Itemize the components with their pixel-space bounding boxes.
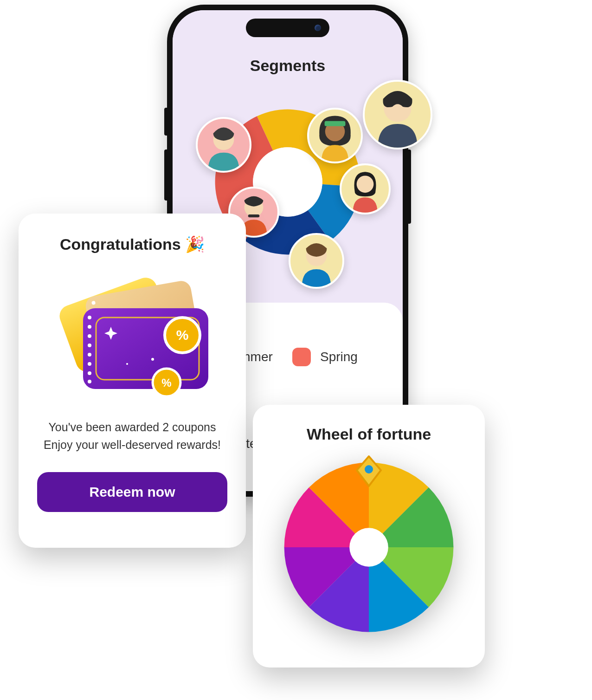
svg-point-25 xyxy=(88,362,91,366)
svg-point-21 xyxy=(88,325,91,329)
congratulations-line2: Enjoy your well-deserved rewards! xyxy=(44,438,221,451)
wheel-card: Wheel of fortune xyxy=(253,405,485,668)
phone-side-buttons-left xyxy=(164,108,167,136)
avatar xyxy=(307,108,363,163)
congratulations-message: You've been awarded 2 coupons Enjoy your… xyxy=(44,419,221,454)
svg-point-27 xyxy=(88,380,91,383)
svg-point-29 xyxy=(151,358,154,361)
wheel-hub xyxy=(349,528,388,567)
svg-rect-5 xyxy=(325,121,346,126)
fortune-wheel[interactable] xyxy=(281,459,457,635)
svg-rect-3 xyxy=(248,214,259,217)
redeem-button[interactable]: Redeem now xyxy=(37,472,227,512)
svg-point-30 xyxy=(126,363,128,365)
wheel-title: Wheel of fortune xyxy=(307,425,431,443)
coupons-icon: % % xyxy=(49,266,216,405)
legend-item[interactable]: Spring xyxy=(292,321,380,392)
congratulations-line1: You've been awarded 2 coupons xyxy=(48,421,216,434)
svg-point-6 xyxy=(357,175,374,193)
avatar xyxy=(340,163,391,214)
svg-point-23 xyxy=(88,344,91,347)
avatar xyxy=(196,117,251,173)
avatar xyxy=(363,80,432,149)
wheel-pointer-icon xyxy=(354,454,384,488)
avatar xyxy=(289,233,344,289)
svg-text:%: % xyxy=(176,327,189,343)
segments-title: Segments xyxy=(173,57,403,75)
congratulations-title: Congratulations 🎉 xyxy=(60,235,205,253)
svg-point-35 xyxy=(365,465,373,473)
legend-label: Spring xyxy=(320,350,358,364)
legend-swatch xyxy=(292,348,311,366)
svg-text:%: % xyxy=(161,376,171,389)
phone-notch xyxy=(246,19,329,37)
phone-side-button-right xyxy=(408,149,411,224)
svg-point-24 xyxy=(88,353,91,356)
svg-point-22 xyxy=(88,334,91,338)
svg-point-26 xyxy=(88,371,91,375)
svg-point-20 xyxy=(88,316,91,319)
congratulations-card: Congratulations 🎉 xyxy=(19,214,246,548)
